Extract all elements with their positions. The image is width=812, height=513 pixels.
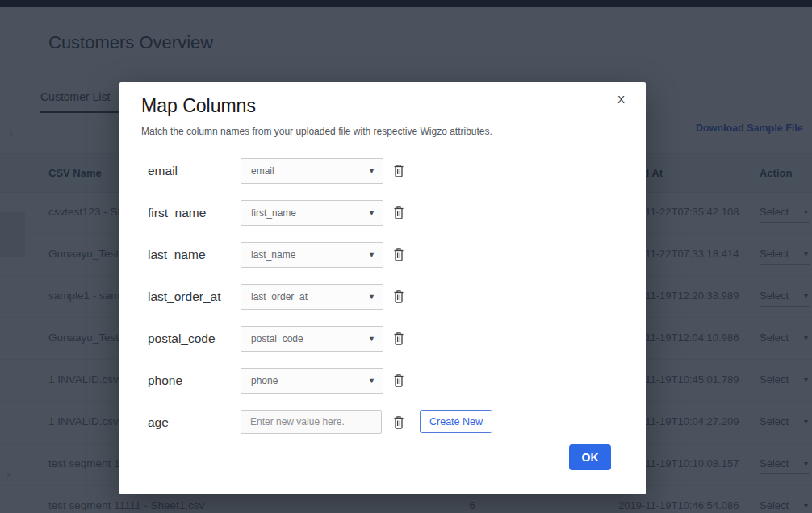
field-label: postal_code	[148, 326, 216, 352]
field-label: first_name	[148, 200, 206, 226]
chevron-down-icon: ▼	[368, 243, 375, 267]
trash-icon[interactable]	[392, 163, 405, 178]
mapping-row: last_order_at last_order_at ▼	[119, 284, 646, 310]
selected-value: last_order_at	[251, 285, 308, 309]
selected-value: postal_code	[251, 327, 303, 351]
trash-icon[interactable]	[392, 247, 405, 262]
modal-title: Map Columns	[141, 95, 256, 117]
field-label: email	[148, 158, 178, 184]
map-columns-modal: Map Columns X Match the column names fro…	[119, 82, 646, 494]
app-screen: Customers Overview Customer List Downloa…	[0, 0, 812, 513]
selected-value: email	[251, 159, 274, 183]
create-new-button[interactable]: Create New	[420, 410, 492, 433]
trash-icon[interactable]	[392, 289, 405, 304]
chevron-down-icon: ▼	[368, 201, 375, 225]
attribute-select[interactable]: postal_code ▼	[241, 326, 383, 352]
mapping-row: last_name last_name ▼	[119, 242, 646, 268]
selected-value: last_name	[251, 243, 295, 267]
close-icon[interactable]: X	[617, 94, 625, 106]
attribute-select[interactable]: last_order_at ▼	[241, 284, 383, 310]
field-label: phone	[148, 368, 182, 394]
selected-value: phone	[251, 369, 278, 393]
chevron-down-icon: ▼	[368, 285, 375, 309]
ok-button[interactable]: OK	[569, 444, 611, 470]
mapping-row: first_name first_name ▼	[119, 200, 646, 226]
attribute-select[interactable]: email ▼	[241, 158, 383, 184]
trash-icon[interactable]	[392, 331, 405, 346]
mapping-row: postal_code postal_code ▼	[119, 326, 646, 352]
field-label: last_order_at	[148, 284, 220, 310]
attribute-select[interactable]: last_name ▼	[241, 242, 383, 268]
mapping-row: email email ▼	[119, 158, 646, 184]
new-value-input[interactable]	[241, 410, 382, 434]
selected-value: first_name	[251, 201, 296, 225]
field-label: age	[148, 410, 169, 436]
trash-icon[interactable]	[392, 415, 405, 430]
chevron-down-icon: ▼	[368, 159, 375, 183]
trash-icon[interactable]	[392, 373, 405, 388]
chevron-down-icon: ▼	[368, 327, 375, 351]
attribute-select[interactable]: first_name ▼	[241, 200, 383, 226]
mapping-row: phone phone ▼	[119, 368, 646, 394]
attribute-select[interactable]: phone ▼	[241, 368, 383, 394]
chevron-down-icon: ▼	[368, 369, 375, 393]
modal-subtitle: Match the column names from your uploade…	[141, 126, 492, 137]
trash-icon[interactable]	[392, 205, 405, 220]
field-label: last_name	[148, 242, 206, 268]
mapping-row: age Create New	[119, 410, 646, 436]
